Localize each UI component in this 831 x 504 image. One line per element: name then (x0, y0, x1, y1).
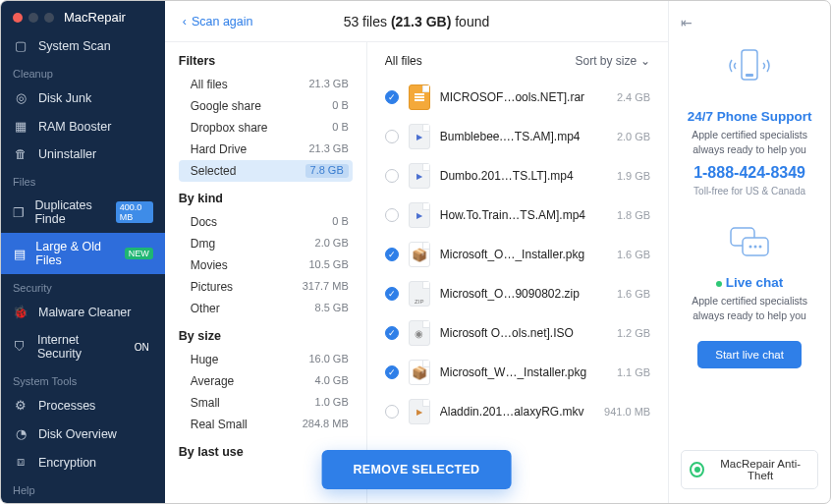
duplicates-icon: ❐ (13, 205, 25, 220)
pkg-file-icon (409, 360, 430, 385)
svg-point-5 (754, 246, 757, 249)
filter-value: 21.3 GB (308, 142, 348, 156)
monitor-icon: ▢ (13, 38, 28, 53)
anti-theft-card[interactable]: MacRepair Anti-Theft (681, 450, 818, 489)
filter-real-small[interactable]: Real Small284.8 MB (179, 414, 353, 435)
filter-google-share[interactable]: Google share0 B (179, 95, 353, 117)
file-row[interactable]: Microsoft_O…9090802.zip1.6 GB (377, 274, 658, 313)
scan-again-link[interactable]: ‹ Scan again (183, 15, 253, 28)
live-chat-sub: Apple certified specialists always ready… (681, 294, 818, 322)
filter-dropbox-share[interactable]: Dropbox share0 B (179, 117, 353, 139)
filter-huge[interactable]: Huge16.0 GB (179, 349, 353, 370)
chat-illustration-icon (725, 224, 774, 265)
filter-other[interactable]: Other8.5 GB (179, 298, 353, 319)
file-checkbox[interactable] (385, 169, 399, 183)
file-name: Microsoft_W…_Installer.pkg (440, 365, 586, 379)
file-name: Microsoft_O…9090802.zip (440, 287, 586, 301)
section-help: Help (1, 476, 165, 500)
sidebar-item-disk-junk[interactable]: ◎ Disk Junk (1, 84, 165, 112)
sidebar-item-system-scan[interactable]: ▢ System Scan (1, 31, 165, 60)
live-chat-title: Live chat (716, 275, 784, 290)
sidebar-item-ram-booster[interactable]: ▦ RAM Booster (1, 112, 165, 140)
mp4-file-icon (409, 163, 430, 189)
sort-dropdown[interactable]: Sort by size ⌄ (575, 54, 650, 68)
filter-value: 1.0 GB (315, 396, 349, 410)
filter-average[interactable]: Average4.0 GB (179, 370, 353, 392)
titlebar: MacRepair (1, 1, 165, 31)
file-row[interactable]: Aladdin.201…alaxyRG.mkv941.0 MB (377, 392, 658, 431)
chevron-down-icon: ⌄ (640, 54, 650, 68)
file-checkbox[interactable] (385, 287, 399, 301)
remove-selected-button[interactable]: REMOVE SELECTED (322, 450, 512, 489)
sidebar-item-label: Encryption (38, 456, 96, 470)
sidebar-item-internet-security[interactable]: ⛉ Internet Security ON (1, 326, 165, 367)
sidebar-item-label: Disk Overview (38, 427, 117, 441)
filter-label: Average (191, 374, 234, 388)
file-checkbox[interactable] (385, 326, 399, 340)
file-checkbox[interactable] (385, 130, 399, 143)
filter-title-filters: Filters (179, 54, 353, 68)
minimize-icon[interactable] (28, 13, 38, 23)
file-row[interactable]: Microsoft_W…_Installer.pkg1.1 GB (377, 353, 658, 392)
filter-label: Pictures (191, 280, 233, 294)
filter-selected[interactable]: Selected7.8 GB (179, 160, 353, 182)
maximize-icon[interactable] (44, 13, 54, 23)
filter-hard-drive[interactable]: Hard Drive21.3 GB (179, 139, 353, 160)
sidebar-item-label: System Scan (38, 39, 111, 53)
filter-docs[interactable]: Docs0 B (179, 211, 353, 233)
sidebar-item-live-chat[interactable]: 💬 Live Chat (1, 500, 165, 503)
lock-icon: ⧈ (13, 455, 28, 470)
processes-icon: ⚙ (13, 398, 28, 413)
file-row[interactable]: Dumbo.201…TS.LT].mp41.9 GB (377, 156, 658, 196)
sidebar-item-processes[interactable]: ⚙ Processes (1, 391, 165, 420)
file-checkbox[interactable] (385, 405, 399, 419)
title-size: (21.3 GB) (391, 14, 451, 29)
rar-file-icon (409, 84, 430, 110)
filter-value: 4.0 GB (315, 374, 349, 388)
sidebar-item-encryption[interactable]: ⧈ Encryption (1, 448, 165, 476)
close-icon[interactable] (13, 13, 23, 23)
filter-label: Hard Drive (191, 142, 247, 156)
sidebar-item-label: Disk Junk (38, 91, 91, 105)
phone-number[interactable]: 1-888-424-8349 (693, 164, 805, 182)
filter-dmg[interactable]: Dmg2.0 GB (179, 233, 353, 254)
filter-value: 7.8 GB (305, 164, 349, 178)
filter-value: 0 B (332, 121, 349, 135)
trash-icon: 🗑 (13, 147, 28, 161)
live-chat-label: Live chat (726, 275, 784, 290)
section-security: Security (1, 274, 165, 298)
filter-small[interactable]: Small1.0 GB (179, 392, 353, 414)
filter-value: 8.5 GB (315, 302, 349, 315)
sidebar-item-uninstaller[interactable]: 🗑 Uninstaller (1, 140, 165, 168)
filter-value: 2.0 GB (315, 237, 349, 251)
file-row[interactable]: Microsoft O…ols.net].ISO1.2 GB (377, 313, 658, 353)
file-checkbox[interactable] (385, 365, 399, 379)
filter-label: Dmg (191, 237, 215, 251)
phone-support-sub: Apple certified specialists always ready… (681, 128, 818, 156)
filter-pictures[interactable]: Pictures317.7 MB (179, 276, 353, 298)
filter-all-files[interactable]: All files21.3 GB (179, 74, 353, 95)
sidebar-item-malware[interactable]: 🐞 Malware Cleaner (1, 298, 165, 326)
sidebar-item-duplicates[interactable]: ❐ Duplicates Finde 400.0 MB (1, 192, 165, 233)
file-size: 2.0 GB (596, 131, 650, 142)
filter-movies[interactable]: Movies10.5 GB (179, 254, 353, 276)
file-checkbox[interactable] (385, 208, 399, 222)
sidebar-item-label: Duplicates Finde (34, 198, 105, 226)
file-checkbox[interactable] (385, 90, 399, 104)
start-live-chat-button[interactable]: Start live chat (697, 341, 802, 368)
file-name: Microsoft_O…_Installer.pkg (440, 248, 586, 261)
file-size: 1.6 GB (596, 249, 650, 260)
file-row[interactable]: MICROSOF…ools.NET].rar2.4 GB (377, 78, 658, 117)
panel-toggle-icon[interactable]: ⇤ (681, 15, 692, 30)
file-checkbox[interactable] (385, 248, 399, 261)
ram-icon: ▦ (13, 119, 28, 134)
file-size: 1.1 GB (596, 366, 650, 378)
file-name: MICROSOF…ools.NET].rar (440, 90, 586, 104)
sidebar-item-disk-overview[interactable]: ◔ Disk Overview (1, 420, 165, 448)
sidebar-item-large-old[interactable]: ▤ Large & Old Files NEW (1, 233, 165, 274)
file-row[interactable]: Bumblebee.…TS.AM].mp42.0 GB (377, 117, 658, 156)
filter-value: 284.8 MB (303, 418, 349, 431)
sidebar-item-label: Malware Cleaner (38, 306, 131, 319)
file-row[interactable]: How.To.Train…TS.AM].mp41.8 GB (377, 196, 658, 235)
file-row[interactable]: Microsoft_O…_Installer.pkg1.6 GB (377, 235, 658, 274)
